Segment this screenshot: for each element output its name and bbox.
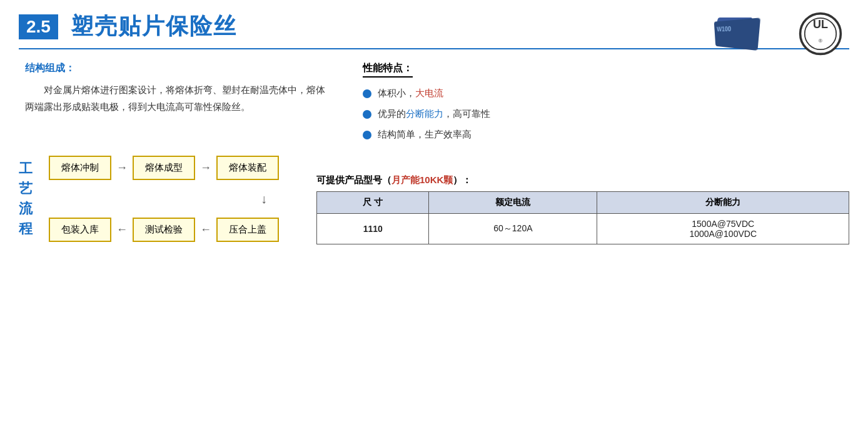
flow-box-2: 熔体成型: [133, 156, 195, 180]
table-title: 可提供产品型号（月产能10KK颗）：: [316, 174, 849, 186]
right-panel: 性能特点： 体积小，大电流 优异的分断能力，高可靠性 结构简单，生产效率高: [363, 62, 843, 149]
left-panel: 结构组成： 对金属片熔体进行图案设计，将熔体折弯、塑封在耐温壳体中，熔体两端露出…: [25, 62, 325, 149]
arrow-right-1: →: [116, 161, 128, 174]
cell-breaking: 1500A@75VDC1000A@100VDC: [597, 214, 849, 244]
table-section: 可提供产品型号（月产能10KK颗）： 尺 寸 额定电流 分断能力 1110 60…: [316, 174, 849, 244]
table-title-text: 可提供产品型号（月产能10KK颗）：: [316, 174, 472, 185]
flow-box-6: 压合上盖: [216, 218, 279, 242]
process-char-2: 艺: [19, 179, 33, 198]
structure-label: 结构组成：: [25, 62, 325, 75]
flow-box-1: 熔体冲制: [49, 156, 111, 180]
arrow-down: ↓: [249, 193, 279, 205]
flow-box-4: 包装入库: [49, 218, 111, 242]
process-char-4: 程: [19, 219, 33, 238]
bullet-icon-2: [363, 110, 371, 119]
bullet-icon: [363, 89, 371, 98]
table-title-highlight: 月产能10KK颗: [391, 174, 453, 185]
structure-description: 对金属片熔体进行图案设计，将熔体折弯、塑封在耐温壳体中，熔体两端露出形成贴装电极…: [25, 81, 325, 115]
process-char-3: 流: [19, 199, 33, 218]
feature-text-1: 体积小，大电流: [378, 88, 443, 99]
product-image: W100: [705, 13, 768, 56]
section-badge: 2.5: [19, 14, 58, 39]
product-table: 尺 寸 额定电流 分断能力 1110 60～120A 1500A@75VDC10…: [316, 191, 849, 244]
flow-box-5: 测试检验: [133, 218, 195, 242]
feature-text-3: 结构简单，生产效率高: [378, 129, 472, 141]
feature-item-1: 体积小，大电流: [363, 88, 843, 99]
highlight-text-2: 分断能力: [406, 108, 443, 119]
features-label: 性能特点：: [363, 62, 413, 78]
flow-row-1: 熔体冲制 → 熔体成型 → 熔体装配: [49, 156, 279, 180]
arrow-left-1: ←: [116, 223, 128, 236]
svg-text:®: ®: [819, 38, 822, 44]
svg-text:UL: UL: [813, 18, 828, 31]
table-header: 尺 寸 额定电流 分断能力: [317, 192, 849, 214]
page-title: 塑壳贴片保险丝: [71, 11, 237, 42]
cell-current: 60～120A: [429, 214, 597, 244]
process-char-1: 工: [19, 159, 33, 178]
chip-graphic: W100: [712, 18, 762, 52]
arrow-left-2: ←: [200, 223, 211, 236]
highlight-text-1: 大电流: [415, 88, 443, 98]
table-row: 1110 60～120A 1500A@75VDC1000A@100VDC: [317, 214, 849, 244]
feature-item-3: 结构简单，生产效率高: [363, 129, 843, 141]
flow-box-3: 熔体装配: [216, 156, 279, 180]
bottom-section: 工 艺 流 程 熔体冲制 → 熔体成型 → 熔体装配 ↓ 包装入库 ← 测试检验…: [0, 156, 868, 244]
arrow-right-2: →: [200, 161, 211, 174]
feature-item-2: 优异的分断能力，高可靠性: [363, 108, 843, 120]
page-header: 2.5 塑壳贴片保险丝 W100 UL ®: [0, 0, 868, 48]
cell-size: 1110: [317, 214, 429, 244]
feature-text-2: 优异的分断能力，高可靠性: [378, 108, 490, 120]
col-header-size: 尺 寸: [317, 192, 429, 214]
main-content: 结构组成： 对金属片熔体进行图案设计，将熔体折弯、塑封在耐温壳体中，熔体两端露出…: [0, 62, 868, 149]
bullet-icon-3: [363, 131, 371, 139]
process-label: 工 艺 流 程: [19, 159, 33, 238]
table-header-row: 尺 寸 额定电流 分断能力: [317, 192, 849, 214]
table-body: 1110 60～120A 1500A@75VDC1000A@100VDC: [317, 214, 849, 244]
flow-diagram: 熔体冲制 → 熔体成型 → 熔体装配 ↓ 包装入库 ← 测试检验 ← 压合上盖: [49, 156, 279, 242]
flow-row-2: 包装入库 ← 测试检验 ← 压合上盖: [49, 218, 279, 242]
col-header-current: 额定电流: [429, 192, 597, 214]
ul-logo: UL ®: [798, 11, 843, 56]
col-header-breaking: 分断能力: [597, 192, 849, 214]
